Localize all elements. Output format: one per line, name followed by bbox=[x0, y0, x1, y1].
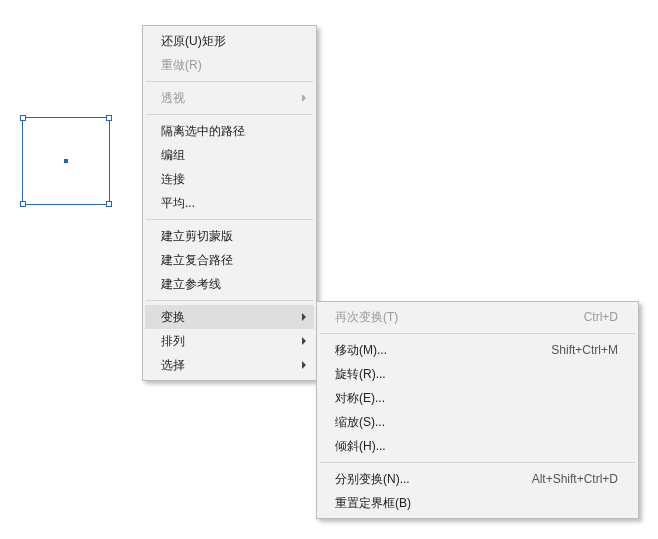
submenu-reset-bbox[interactable]: 重置定界框(B) bbox=[319, 491, 636, 515]
submenu-reflect[interactable]: 对称(E)... bbox=[319, 386, 636, 410]
anchor-bottom-right[interactable] bbox=[106, 201, 112, 207]
menu-separator bbox=[320, 462, 635, 463]
menu-make-guides[interactable]: 建立参考线 bbox=[145, 272, 314, 296]
menu-group[interactable]: 编组 bbox=[145, 143, 314, 167]
menu-label: 对称(E)... bbox=[335, 389, 618, 407]
submenu-arrow-icon bbox=[302, 361, 306, 369]
menu-separator bbox=[146, 114, 313, 115]
menu-label: 建立参考线 bbox=[161, 275, 296, 293]
menu-isolate-path[interactable]: 隔离选中的路径 bbox=[145, 119, 314, 143]
menu-shortcut: Ctrl+D bbox=[584, 308, 618, 326]
menu-label: 建立复合路径 bbox=[161, 251, 296, 269]
transform-submenu: 再次变换(T)Ctrl+D 移动(M)...Shift+Ctrl+M 旋转(R)… bbox=[316, 301, 639, 519]
submenu-scale[interactable]: 缩放(S)... bbox=[319, 410, 636, 434]
menu-select[interactable]: 选择 bbox=[145, 353, 314, 377]
menu-label: 连接 bbox=[161, 170, 296, 188]
menu-label: 缩放(S)... bbox=[335, 413, 618, 431]
menu-perspective[interactable]: 透视 bbox=[145, 86, 314, 110]
submenu-move[interactable]: 移动(M)...Shift+Ctrl+M bbox=[319, 338, 636, 362]
submenu-rotate[interactable]: 旋转(R)... bbox=[319, 362, 636, 386]
menu-label: 隔离选中的路径 bbox=[161, 122, 296, 140]
menu-label: 还原(U)矩形 bbox=[161, 32, 296, 50]
menu-label: 移动(M)... bbox=[335, 341, 533, 359]
menu-label: 旋转(R)... bbox=[335, 365, 618, 383]
menu-label: 分别变换(N)... bbox=[335, 470, 514, 488]
submenu-arrow-icon bbox=[302, 313, 306, 321]
anchor-top-right[interactable] bbox=[106, 115, 112, 121]
selected-rectangle[interactable] bbox=[22, 117, 110, 205]
menu-separator bbox=[146, 300, 313, 301]
menu-separator bbox=[146, 81, 313, 82]
menu-label: 平均... bbox=[161, 194, 296, 212]
menu-label: 建立剪切蒙版 bbox=[161, 227, 296, 245]
menu-label: 选择 bbox=[161, 356, 296, 374]
menu-redo[interactable]: 重做(R) bbox=[145, 53, 314, 77]
submenu-arrow-icon bbox=[302, 337, 306, 345]
menu-shortcut: Shift+Ctrl+M bbox=[551, 341, 618, 359]
menu-compound-path[interactable]: 建立复合路径 bbox=[145, 248, 314, 272]
menu-separator bbox=[146, 219, 313, 220]
menu-arrange[interactable]: 排列 bbox=[145, 329, 314, 353]
menu-separator bbox=[320, 333, 635, 334]
menu-label: 透视 bbox=[161, 89, 296, 107]
submenu-arrow-icon bbox=[302, 94, 306, 102]
menu-clipping-mask[interactable]: 建立剪切蒙版 bbox=[145, 224, 314, 248]
menu-join[interactable]: 连接 bbox=[145, 167, 314, 191]
submenu-transform-each[interactable]: 分别变换(N)...Alt+Shift+Ctrl+D bbox=[319, 467, 636, 491]
menu-label: 变换 bbox=[161, 308, 296, 326]
anchor-center[interactable] bbox=[64, 159, 68, 163]
anchor-top-left[interactable] bbox=[20, 115, 26, 121]
menu-undo[interactable]: 还原(U)矩形 bbox=[145, 29, 314, 53]
menu-label: 排列 bbox=[161, 332, 296, 350]
menu-transform[interactable]: 变换 bbox=[145, 305, 314, 329]
menu-label: 再次变换(T) bbox=[335, 308, 566, 326]
submenu-shear[interactable]: 倾斜(H)... bbox=[319, 434, 636, 458]
context-menu: 还原(U)矩形 重做(R) 透视 隔离选中的路径 编组 连接 平均... 建立剪… bbox=[142, 25, 317, 381]
anchor-bottom-left[interactable] bbox=[20, 201, 26, 207]
menu-label: 倾斜(H)... bbox=[335, 437, 618, 455]
menu-label: 编组 bbox=[161, 146, 296, 164]
submenu-transform-again[interactable]: 再次变换(T)Ctrl+D bbox=[319, 305, 636, 329]
menu-label: 重做(R) bbox=[161, 56, 296, 74]
menu-label: 重置定界框(B) bbox=[335, 494, 618, 512]
menu-shortcut: Alt+Shift+Ctrl+D bbox=[532, 470, 618, 488]
menu-average[interactable]: 平均... bbox=[145, 191, 314, 215]
